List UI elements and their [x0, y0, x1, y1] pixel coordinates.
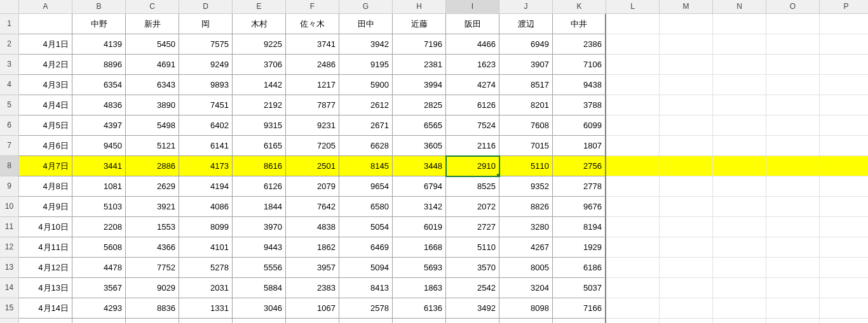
column-header-E[interactable]: E: [233, 0, 286, 14]
row-header-4[interactable]: 4: [0, 75, 19, 95]
cell-F11[interactable]: 4838: [286, 217, 339, 237]
cell-H2[interactable]: 7196: [393, 34, 446, 55]
column-header-H[interactable]: H: [393, 0, 446, 14]
cell-B1[interactable]: 中野: [72, 14, 126, 34]
cell-B8[interactable]: 3441: [72, 156, 126, 176]
cell-D5[interactable]: 7451: [179, 95, 233, 115]
cell-L9[interactable]: [606, 176, 660, 197]
cell-P3[interactable]: [820, 55, 868, 75]
cell-D16[interactable]: 3437: [179, 319, 233, 323]
cell-L2[interactable]: [606, 34, 660, 55]
cell-O14[interactable]: [766, 278, 820, 298]
cell-O15[interactable]: [766, 298, 820, 319]
cell-B4[interactable]: 6354: [72, 75, 126, 95]
cell-N5[interactable]: [713, 95, 766, 115]
cell-N4[interactable]: [713, 75, 766, 95]
cell-A5[interactable]: 4月4日: [19, 95, 72, 115]
cell-A7[interactable]: 4月6日: [19, 136, 72, 156]
cell-F1[interactable]: 佐々木: [286, 14, 339, 34]
column-header-L[interactable]: L: [606, 0, 660, 14]
cell-A12[interactable]: 4月11日: [19, 237, 72, 258]
cell-D6[interactable]: 6402: [179, 115, 233, 136]
cell-M16[interactable]: [660, 319, 713, 323]
cell-K13[interactable]: 6186: [553, 258, 606, 278]
cell-L10[interactable]: [606, 197, 660, 217]
cell-A6[interactable]: 4月5日: [19, 115, 72, 136]
cell-A8[interactable]: 4月7日: [19, 156, 72, 176]
row-header-16[interactable]: 16: [0, 319, 19, 323]
cell-E9[interactable]: 6126: [233, 176, 286, 197]
cell-D15[interactable]: 1331: [179, 298, 233, 319]
cell-O13[interactable]: [766, 258, 820, 278]
row-header-1[interactable]: 1: [0, 14, 19, 34]
cell-B15[interactable]: 4293: [72, 298, 126, 319]
cell-B7[interactable]: 9450: [72, 136, 126, 156]
cell-F6[interactable]: 9231: [286, 115, 339, 136]
cell-E6[interactable]: 9315: [233, 115, 286, 136]
cell-I2[interactable]: 4466: [446, 34, 499, 55]
cell-F10[interactable]: 7642: [286, 197, 339, 217]
cell-B9[interactable]: 1081: [72, 176, 126, 197]
cell-C13[interactable]: 7752: [126, 258, 179, 278]
cell-M8[interactable]: [660, 156, 713, 176]
cell-P6[interactable]: [820, 115, 868, 136]
cell-K11[interactable]: 8194: [553, 217, 606, 237]
cell-C3[interactable]: 4691: [126, 55, 179, 75]
row-header-3[interactable]: 3: [0, 55, 19, 75]
cell-C7[interactable]: 5121: [126, 136, 179, 156]
cell-B3[interactable]: 8896: [72, 55, 126, 75]
cell-L11[interactable]: [606, 217, 660, 237]
cell-G7[interactable]: 6628: [339, 136, 393, 156]
cell-D2[interactable]: 7575: [179, 34, 233, 55]
cell-H16[interactable]: 7882: [393, 319, 446, 323]
cell-C2[interactable]: 5450: [126, 34, 179, 55]
cell-I6[interactable]: 7524: [446, 115, 499, 136]
cell-G6[interactable]: 2671: [339, 115, 393, 136]
cell-O9[interactable]: [766, 176, 820, 197]
cell-N15[interactable]: [713, 298, 766, 319]
cell-H4[interactable]: 3994: [393, 75, 446, 95]
cell-H9[interactable]: 6794: [393, 176, 446, 197]
column-header-G[interactable]: G: [339, 0, 393, 14]
cell-D7[interactable]: 6141: [179, 136, 233, 156]
cell-J13[interactable]: 8005: [499, 258, 553, 278]
column-header-P[interactable]: P: [820, 0, 868, 14]
cell-F8[interactable]: 2501: [286, 156, 339, 176]
cell-C16[interactable]: 4190: [126, 319, 179, 323]
column-header-A[interactable]: A: [19, 0, 72, 14]
cell-A2[interactable]: 4月1日: [19, 34, 72, 55]
cell-F7[interactable]: 7205: [286, 136, 339, 156]
cell-L7[interactable]: [606, 136, 660, 156]
cell-P15[interactable]: [820, 298, 868, 319]
cell-P13[interactable]: [820, 258, 868, 278]
cell-J8[interactable]: 5110: [499, 156, 553, 176]
cell-J15[interactable]: 8098: [499, 298, 553, 319]
cell-E3[interactable]: 3706: [233, 55, 286, 75]
cell-P14[interactable]: [820, 278, 868, 298]
cell-E1[interactable]: 木村: [233, 14, 286, 34]
row-header-2[interactable]: 2: [0, 34, 19, 55]
cell-D3[interactable]: 9249: [179, 55, 233, 75]
cell-I7[interactable]: 2116: [446, 136, 499, 156]
cell-M3[interactable]: [660, 55, 713, 75]
cell-H3[interactable]: 2381: [393, 55, 446, 75]
cell-B2[interactable]: 4139: [72, 34, 126, 55]
cell-H7[interactable]: 3605: [393, 136, 446, 156]
cell-M9[interactable]: [660, 176, 713, 197]
row-header-6[interactable]: 6: [0, 115, 19, 136]
cell-G9[interactable]: 9654: [339, 176, 393, 197]
cell-C9[interactable]: 2629: [126, 176, 179, 197]
column-header-B[interactable]: B: [72, 0, 126, 14]
cell-D11[interactable]: 8099: [179, 217, 233, 237]
cell-P1[interactable]: [820, 14, 868, 34]
cell-J2[interactable]: 6949: [499, 34, 553, 55]
cell-O3[interactable]: [766, 55, 820, 75]
cell-F16[interactable]: 3228: [286, 319, 339, 323]
cell-F4[interactable]: 1217: [286, 75, 339, 95]
cell-G5[interactable]: 2612: [339, 95, 393, 115]
cell-J4[interactable]: 8517: [499, 75, 553, 95]
cell-A9[interactable]: 4月8日: [19, 176, 72, 197]
cell-P11[interactable]: [820, 217, 868, 237]
cell-N3[interactable]: [713, 55, 766, 75]
cell-K5[interactable]: 3788: [553, 95, 606, 115]
